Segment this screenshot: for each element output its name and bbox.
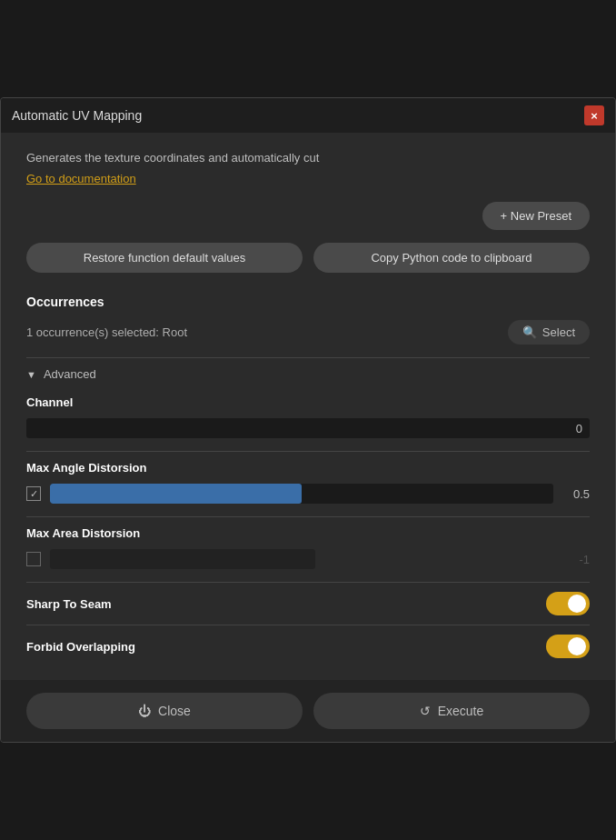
execute-button[interactable]: ↺ Execute [313, 693, 590, 729]
sharp-to-seam-label: Sharp To Seam [26, 597, 112, 611]
close-button[interactable]: ⏻ Close [26, 693, 303, 729]
copy-python-button[interactable]: Copy Python code to clipboard [313, 243, 590, 273]
close-label: Close [158, 704, 191, 718]
max-angle-fill [50, 484, 302, 504]
sharp-to-seam-row: Sharp To Seam [26, 592, 590, 615]
occurrences-text: 1 occurrence(s) selected: Root [26, 325, 187, 339]
channel-value: 0 [576, 422, 582, 435]
max-area-value: -1 [324, 553, 590, 566]
search-icon: 🔍 [522, 325, 537, 339]
occurrences-row: 1 occurrence(s) selected: Root 🔍 Select [26, 320, 590, 345]
forbid-overlapping-label: Forbid Overlapping [26, 640, 135, 654]
refresh-icon: ↺ [420, 704, 431, 718]
channel-label: Channel [26, 395, 590, 409]
max-angle-label: Max Angle Distorsion [26, 461, 590, 475]
doc-link[interactable]: Go to documentation [26, 172, 136, 185]
channel-slider[interactable]: 0 [26, 418, 590, 438]
max-area-param: Max Area Distorsion -1 [26, 526, 590, 569]
new-preset-button[interactable]: + New Preset [482, 202, 590, 230]
forbid-overlapping-toggle[interactable] [546, 635, 590, 658]
execute-label: Execute [438, 704, 484, 718]
max-angle-param: Max Angle Distorsion ✓ 0.5 [26, 461, 590, 504]
max-angle-checkbox[interactable]: ✓ [26, 486, 41, 501]
window-title: Automatic UV Mapping [12, 108, 142, 123]
max-angle-value: 0.5 [562, 487, 590, 501]
max-area-row: -1 [26, 549, 590, 569]
occurrences-section-label: Occurrences [26, 295, 590, 309]
advanced-row[interactable]: ▼ Advanced [26, 367, 590, 381]
max-angle-row: ✓ 0.5 [26, 484, 590, 504]
select-button[interactable]: 🔍 Select [508, 320, 590, 345]
sharp-to-seam-knob [568, 595, 586, 613]
window-close-button[interactable]: × [584, 105, 604, 125]
divider-max-area [26, 582, 590, 583]
divider-occurrences [26, 357, 590, 358]
sharp-to-seam-toggle[interactable] [546, 592, 590, 615]
max-area-slider [50, 549, 315, 569]
max-angle-slider[interactable] [50, 484, 553, 504]
divider-max-angle [26, 516, 590, 517]
divider-sharp [26, 625, 590, 625]
max-area-checkbox[interactable] [26, 552, 41, 566]
advanced-label: Advanced [44, 367, 96, 381]
title-bar: Automatic UV Mapping × [1, 98, 615, 133]
max-area-label: Max Area Distorsion [26, 526, 590, 540]
divider-channel [26, 451, 590, 452]
footer: ⏻ Close ↺ Execute [1, 680, 615, 742]
preset-row: + New Preset [26, 202, 590, 230]
action-row: Restore function default values Copy Pyt… [26, 243, 590, 273]
chevron-down-icon: ▼ [26, 369, 36, 380]
description-text: Generates the texture coordinates and au… [26, 151, 590, 165]
main-window: Automatic UV Mapping × Generates the tex… [0, 97, 616, 743]
content-area: Generates the texture coordinates and au… [1, 133, 615, 680]
forbid-overlapping-knob [568, 637, 586, 655]
check-icon: ✓ [30, 488, 38, 500]
channel-param: Channel 0 [26, 395, 590, 438]
power-icon: ⏻ [138, 704, 151, 718]
select-label: Select [542, 325, 575, 339]
forbid-overlapping-row: Forbid Overlapping [26, 635, 590, 658]
restore-defaults-button[interactable]: Restore function default values [26, 243, 303, 273]
